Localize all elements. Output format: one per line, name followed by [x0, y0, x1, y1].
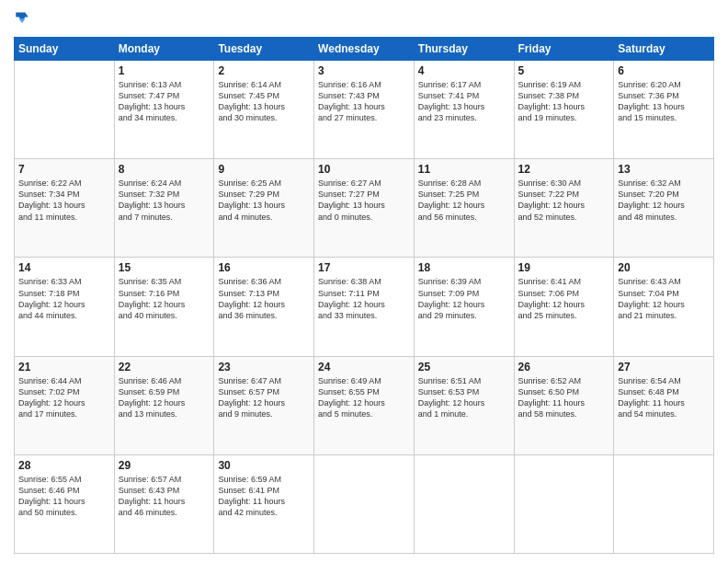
day-number: 11 [418, 163, 510, 176]
calendar-cell: 4Sunrise: 6:17 AM Sunset: 7:41 PM Daylig… [414, 61, 514, 159]
week-row-5: 28Sunrise: 6:55 AM Sunset: 6:46 PM Dayli… [15, 454, 714, 553]
day-number: 12 [518, 163, 610, 176]
day-info: Sunrise: 6:16 AM Sunset: 7:43 PM Dayligh… [318, 79, 410, 124]
day-info: Sunrise: 6:28 AM Sunset: 7:25 PM Dayligh… [418, 178, 510, 223]
day-number: 2 [218, 64, 310, 77]
day-number: 25 [418, 361, 510, 373]
logo [14, 9, 32, 29]
header-row: SundayMondayTuesdayWednesdayThursdayFrid… [15, 38, 714, 61]
day-info: Sunrise: 6:44 AM Sunset: 7:02 PM Dayligh… [18, 375, 110, 420]
logo-icon [14, 9, 30, 29]
day-info: Sunrise: 6:41 AM Sunset: 7:06 PM Dayligh… [518, 276, 610, 321]
calendar-cell: 24Sunrise: 6:49 AM Sunset: 6:55 PM Dayli… [314, 356, 415, 454]
day-number: 15 [119, 261, 210, 274]
day-info: Sunrise: 6:22 AM Sunset: 7:34 PM Dayligh… [18, 178, 110, 223]
calendar-cell: 1Sunrise: 6:13 AM Sunset: 7:47 PM Daylig… [114, 61, 214, 159]
calendar-cell: 20Sunrise: 6:43 AM Sunset: 7:04 PM Dayli… [614, 258, 714, 356]
day-info: Sunrise: 6:24 AM Sunset: 7:32 PM Dayligh… [119, 178, 210, 223]
day-number: 14 [18, 261, 110, 274]
svg-marker-1 [19, 18, 26, 23]
day-info: Sunrise: 6:38 AM Sunset: 7:11 PM Dayligh… [318, 276, 410, 321]
col-header-friday: Friday [514, 38, 614, 61]
day-number: 18 [418, 261, 510, 274]
day-number: 20 [618, 261, 710, 274]
day-number: 19 [518, 261, 610, 274]
day-number: 30 [218, 459, 310, 472]
day-number: 17 [318, 261, 410, 274]
day-info: Sunrise: 6:20 AM Sunset: 7:36 PM Dayligh… [618, 79, 710, 124]
calendar-cell [414, 454, 514, 553]
day-number: 1 [119, 64, 210, 77]
calendar-cell: 18Sunrise: 6:39 AM Sunset: 7:09 PM Dayli… [414, 258, 514, 356]
calendar-cell: 22Sunrise: 6:46 AM Sunset: 6:59 PM Dayli… [114, 356, 214, 454]
day-number: 5 [518, 64, 610, 77]
day-info: Sunrise: 6:47 AM Sunset: 6:57 PM Dayligh… [218, 375, 310, 420]
calendar-cell: 26Sunrise: 6:52 AM Sunset: 6:50 PM Dayli… [514, 356, 614, 454]
day-number: 21 [18, 361, 110, 373]
day-number: 27 [618, 361, 710, 373]
day-number: 6 [618, 64, 710, 77]
calendar-cell: 25Sunrise: 6:51 AM Sunset: 6:53 PM Dayli… [414, 356, 514, 454]
page: SundayMondayTuesdayWednesdayThursdayFrid… [0, 0, 728, 563]
calendar-cell: 16Sunrise: 6:36 AM Sunset: 7:13 PM Dayli… [214, 258, 314, 356]
calendar-cell: 3Sunrise: 6:16 AM Sunset: 7:43 PM Daylig… [314, 61, 415, 159]
day-number: 23 [218, 361, 310, 373]
day-info: Sunrise: 6:36 AM Sunset: 7:13 PM Dayligh… [218, 276, 310, 321]
day-number: 3 [318, 64, 410, 77]
calendar-cell: 17Sunrise: 6:38 AM Sunset: 7:11 PM Dayli… [314, 258, 415, 356]
col-header-thursday: Thursday [414, 38, 514, 61]
day-info: Sunrise: 6:46 AM Sunset: 6:59 PM Dayligh… [119, 375, 210, 420]
calendar-cell: 21Sunrise: 6:44 AM Sunset: 7:02 PM Dayli… [15, 356, 115, 454]
calendar-cell: 27Sunrise: 6:54 AM Sunset: 6:48 PM Dayli… [614, 356, 714, 454]
col-header-monday: Monday [114, 38, 214, 61]
col-header-saturday: Saturday [614, 38, 714, 61]
col-header-tuesday: Tuesday [214, 38, 314, 61]
col-header-sunday: Sunday [15, 38, 115, 61]
calendar-cell: 14Sunrise: 6:33 AM Sunset: 7:18 PM Dayli… [15, 258, 115, 356]
day-info: Sunrise: 6:35 AM Sunset: 7:16 PM Dayligh… [119, 276, 210, 321]
day-info: Sunrise: 6:27 AM Sunset: 7:27 PM Dayligh… [318, 178, 410, 223]
calendar-cell: 19Sunrise: 6:41 AM Sunset: 7:06 PM Dayli… [514, 258, 614, 356]
calendar-cell: 2Sunrise: 6:14 AM Sunset: 7:45 PM Daylig… [214, 61, 314, 159]
day-number: 22 [119, 361, 210, 373]
day-number: 26 [518, 361, 610, 373]
week-row-1: 1Sunrise: 6:13 AM Sunset: 7:47 PM Daylig… [15, 61, 714, 159]
week-row-3: 14Sunrise: 6:33 AM Sunset: 7:18 PM Dayli… [15, 258, 714, 356]
day-info: Sunrise: 6:51 AM Sunset: 6:53 PM Dayligh… [418, 375, 510, 420]
calendar-cell [514, 454, 614, 553]
calendar-cell [314, 454, 415, 553]
day-number: 13 [618, 163, 710, 176]
calendar-body: 1Sunrise: 6:13 AM Sunset: 7:47 PM Daylig… [15, 61, 714, 554]
day-info: Sunrise: 6:52 AM Sunset: 6:50 PM Dayligh… [518, 375, 610, 420]
day-info: Sunrise: 6:25 AM Sunset: 7:29 PM Dayligh… [218, 178, 310, 223]
day-number: 10 [318, 163, 410, 176]
calendar-cell: 6Sunrise: 6:20 AM Sunset: 7:36 PM Daylig… [614, 61, 714, 159]
calendar-cell: 23Sunrise: 6:47 AM Sunset: 6:57 PM Dayli… [214, 356, 314, 454]
day-number: 24 [318, 361, 410, 373]
day-info: Sunrise: 6:54 AM Sunset: 6:48 PM Dayligh… [618, 375, 710, 420]
day-info: Sunrise: 6:30 AM Sunset: 7:22 PM Dayligh… [518, 178, 610, 223]
day-number: 9 [218, 163, 310, 176]
calendar-cell: 10Sunrise: 6:27 AM Sunset: 7:27 PM Dayli… [314, 159, 415, 258]
calendar-cell: 15Sunrise: 6:35 AM Sunset: 7:16 PM Dayli… [114, 258, 214, 356]
calendar-cell: 29Sunrise: 6:57 AM Sunset: 6:43 PM Dayli… [114, 454, 214, 553]
day-info: Sunrise: 6:59 AM Sunset: 6:41 PM Dayligh… [218, 474, 310, 519]
header [14, 9, 714, 29]
calendar-cell [614, 454, 714, 553]
calendar-cell: 8Sunrise: 6:24 AM Sunset: 7:32 PM Daylig… [114, 159, 214, 258]
week-row-2: 7Sunrise: 6:22 AM Sunset: 7:34 PM Daylig… [15, 159, 714, 258]
day-info: Sunrise: 6:49 AM Sunset: 6:55 PM Dayligh… [318, 375, 410, 420]
day-info: Sunrise: 6:39 AM Sunset: 7:09 PM Dayligh… [418, 276, 510, 321]
calendar-header: SundayMondayTuesdayWednesdayThursdayFrid… [15, 38, 714, 61]
day-info: Sunrise: 6:57 AM Sunset: 6:43 PM Dayligh… [119, 474, 210, 519]
calendar-cell: 9Sunrise: 6:25 AM Sunset: 7:29 PM Daylig… [214, 159, 314, 258]
day-info: Sunrise: 6:43 AM Sunset: 7:04 PM Dayligh… [618, 276, 710, 321]
calendar-cell: 12Sunrise: 6:30 AM Sunset: 7:22 PM Dayli… [514, 159, 614, 258]
week-row-4: 21Sunrise: 6:44 AM Sunset: 7:02 PM Dayli… [15, 356, 714, 454]
day-info: Sunrise: 6:14 AM Sunset: 7:45 PM Dayligh… [218, 79, 310, 124]
calendar-cell: 30Sunrise: 6:59 AM Sunset: 6:41 PM Dayli… [214, 454, 314, 553]
calendar-cell: 13Sunrise: 6:32 AM Sunset: 7:20 PM Dayli… [614, 159, 714, 258]
day-info: Sunrise: 6:19 AM Sunset: 7:38 PM Dayligh… [518, 79, 610, 124]
day-info: Sunrise: 6:33 AM Sunset: 7:18 PM Dayligh… [18, 276, 110, 321]
calendar-cell [15, 61, 115, 159]
